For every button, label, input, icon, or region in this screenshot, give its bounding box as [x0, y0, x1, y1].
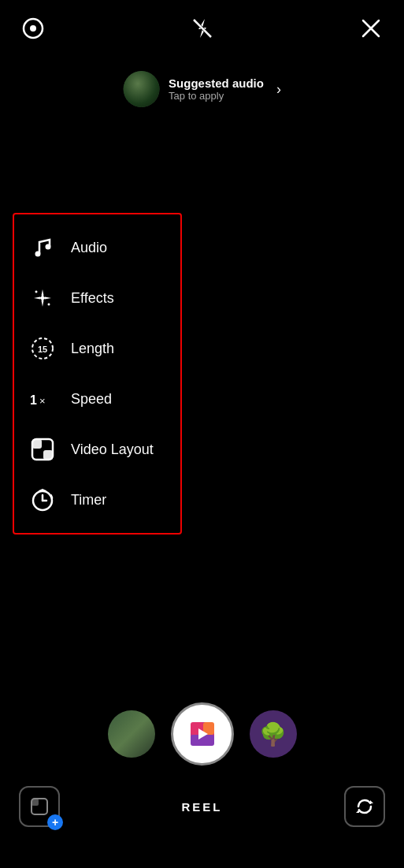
- record-button[interactable]: [171, 702, 234, 766]
- bottom-bar: + REEL: [0, 773, 404, 840]
- svg-point-1: [30, 25, 36, 32]
- timer-15-icon: 15: [28, 334, 57, 363]
- timer-icon: [28, 486, 57, 514]
- svg-line-3: [194, 20, 211, 37]
- bottom-area: 🌳 + REEL: [0, 679, 404, 868]
- svg-point-6: [35, 251, 41, 257]
- speed-icon: 1 ×: [28, 385, 57, 413]
- audio-text-group: Suggested audio Tap to apply: [169, 76, 264, 102]
- svg-marker-29: [370, 800, 373, 803]
- gallery-thumb-2[interactable]: 🌳: [250, 710, 297, 758]
- svg-rect-18: [43, 450, 53, 460]
- suggested-audio-banner[interactable]: Suggested audio Tap to apply ›: [123, 71, 281, 107]
- music-note-icon: [28, 233, 57, 262]
- svg-rect-28: [32, 799, 39, 806]
- plus-label: +: [52, 816, 58, 829]
- flash-off-icon[interactable]: [188, 14, 217, 43]
- menu-panel: Audio Effects 15 Length: [13, 213, 182, 535]
- menu-item-effects[interactable]: Effects: [14, 273, 180, 323]
- svg-rect-17: [32, 439, 42, 449]
- svg-text:1: 1: [30, 393, 37, 407]
- layout-icon: [28, 435, 57, 464]
- settings-icon[interactable]: [19, 14, 47, 43]
- audio-thumbnail: [123, 71, 159, 107]
- flip-camera-button[interactable]: [344, 786, 385, 827]
- reel-label: REEL: [181, 800, 222, 814]
- gallery-thumb-1[interactable]: [108, 710, 155, 758]
- camera-controls: 🌳: [108, 702, 297, 766]
- tree-emoji: 🌳: [259, 721, 287, 747]
- svg-point-8: [41, 296, 45, 300]
- menu-item-timer[interactable]: Timer: [14, 475, 180, 525]
- gallery-add-button[interactable]: +: [19, 786, 60, 827]
- effects-label: Effects: [71, 290, 114, 307]
- svg-point-10: [48, 304, 50, 306]
- svg-text:15: 15: [38, 345, 47, 354]
- sparkles-icon: [28, 284, 57, 312]
- timer-label: Timer: [71, 492, 106, 509]
- audio-label: Audio: [71, 240, 107, 256]
- video-layout-label: Video Layout: [71, 441, 154, 458]
- plus-badge: +: [47, 814, 63, 830]
- svg-point-9: [35, 291, 38, 293]
- chevron-right-icon: ›: [276, 81, 281, 98]
- close-icon[interactable]: [357, 14, 385, 43]
- menu-item-speed[interactable]: 1 × Speed: [14, 374, 180, 424]
- svg-text:×: ×: [39, 395, 46, 407]
- audio-subtitle: Tap to apply: [169, 90, 264, 102]
- menu-item-audio[interactable]: Audio: [14, 222, 180, 273]
- svg-point-7: [46, 244, 51, 250]
- length-label: Length: [71, 341, 114, 357]
- top-bar: [0, 0, 404, 57]
- shutter-inner: [175, 706, 230, 762]
- menu-item-length[interactable]: 15 Length: [14, 323, 180, 374]
- speed-label: Speed: [71, 391, 112, 408]
- menu-item-video-layout[interactable]: Video Layout: [14, 424, 180, 475]
- audio-title: Suggested audio: [169, 76, 264, 90]
